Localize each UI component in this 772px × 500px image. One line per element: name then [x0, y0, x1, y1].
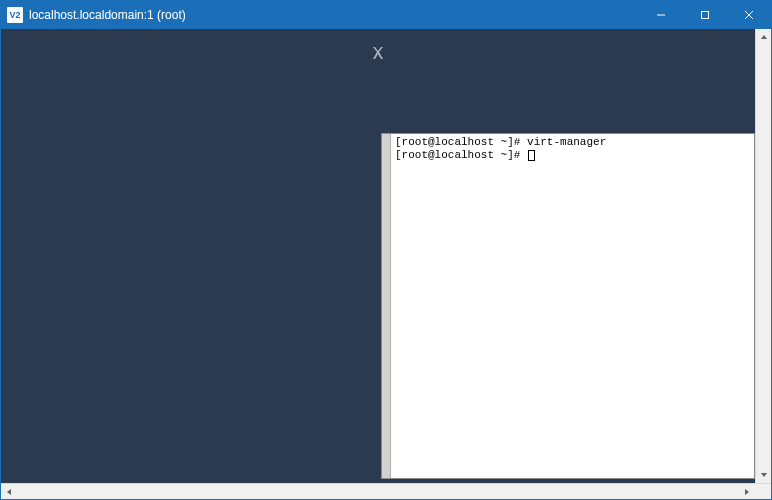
client-area: [root@localhost ~]# virt-manager [root@l…	[1, 29, 771, 483]
terminal-prompt: [root@localhost ~]#	[395, 136, 527, 148]
terminal-window[interactable]: [root@localhost ~]# virt-manager [root@l…	[381, 133, 755, 479]
scrollbar-corner	[755, 484, 771, 499]
vertical-scrollbar[interactable]	[755, 29, 771, 483]
window-controls	[639, 1, 771, 29]
vnc-app-icon: V2	[7, 7, 23, 23]
terminal-command: virt-manager	[527, 136, 606, 148]
scroll-down-icon[interactable]	[756, 467, 771, 483]
scroll-up-icon[interactable]	[756, 29, 771, 45]
terminal-cursor	[528, 150, 535, 161]
terminal-body[interactable]: [root@localhost ~]# virt-manager [root@l…	[391, 134, 754, 478]
terminal-prompt: [root@localhost ~]#	[395, 149, 527, 161]
remote-desktop[interactable]: [root@localhost ~]# virt-manager [root@l…	[1, 29, 755, 483]
svg-rect-1	[702, 12, 709, 19]
titlebar[interactable]: V2 localhost.localdomain:1 (root)	[1, 1, 771, 29]
maximize-button[interactable]	[683, 1, 727, 29]
x-logo-icon	[370, 45, 386, 65]
minimize-button[interactable]	[639, 1, 683, 29]
window-title: localhost.localdomain:1 (root)	[29, 8, 639, 22]
vnc-viewer-window: V2 localhost.localdomain:1 (root) [	[0, 0, 772, 500]
close-button[interactable]	[727, 1, 771, 29]
horizontal-scrollbar[interactable]	[1, 483, 771, 499]
scroll-left-icon[interactable]	[1, 484, 17, 499]
scroll-right-icon[interactable]	[739, 484, 755, 499]
terminal-scrollbar[interactable]	[382, 134, 391, 478]
